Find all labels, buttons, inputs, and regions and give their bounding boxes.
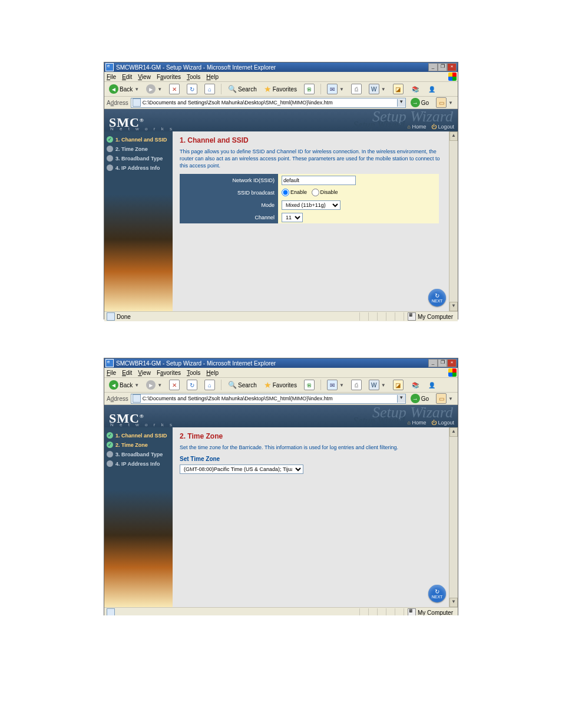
print-button[interactable]: ⎙ bbox=[349, 83, 364, 95]
go-button[interactable]: →Go bbox=[408, 97, 431, 108]
history-button[interactable]: ֎ bbox=[302, 378, 317, 391]
windows-flag-icon bbox=[448, 73, 457, 81]
address-dropdown-icon[interactable]: ▼ bbox=[397, 395, 405, 403]
channel-ssid-form: Network ID(SSID) SSID broadcast Enable D… bbox=[180, 174, 439, 223]
menu-view[interactable]: View bbox=[138, 74, 151, 80]
discuss-button[interactable]: ◪ bbox=[391, 378, 406, 391]
address-text: C:\Documents and Settings\Zsolt Mahunka\… bbox=[143, 396, 397, 401]
menu-file[interactable]: File bbox=[107, 370, 116, 376]
status-page-icon bbox=[107, 608, 115, 615]
logout-link[interactable]: Logout bbox=[431, 124, 454, 130]
page-icon bbox=[133, 98, 141, 107]
vertical-scrollbar[interactable]: ▲ ▼ bbox=[449, 427, 458, 607]
mail-button[interactable]: ✉▼ bbox=[325, 378, 346, 391]
sidebar-step-1[interactable]: 1. Channel and SSID bbox=[107, 136, 170, 143]
search-button[interactable]: 🔍Search bbox=[225, 379, 259, 391]
header-subtitle: Setup Wizard bbox=[353, 416, 405, 426]
sidebar-step-2[interactable]: 2. Time Zone bbox=[107, 442, 170, 448]
set-time-zone-label: Set Time Zone bbox=[180, 456, 442, 462]
discuss-button[interactable]: ◪ bbox=[391, 83, 406, 95]
scroll-down-icon[interactable]: ▼ bbox=[449, 302, 458, 311]
next-button[interactable]: ↻NEXT bbox=[428, 585, 446, 602]
computer-icon bbox=[408, 608, 416, 615]
next-button[interactable]: ↻NEXT bbox=[428, 289, 446, 307]
logout-link[interactable]: Logout bbox=[431, 420, 454, 426]
window-titlebar[interactable]: SMCWBR14-GM - Setup Wizard - Microsoft I… bbox=[104, 358, 458, 368]
menu-tools[interactable]: Tools bbox=[187, 370, 200, 376]
research-button[interactable]: 📚 bbox=[408, 83, 422, 95]
stop-button[interactable]: ✕ bbox=[167, 378, 182, 391]
ie-window-1: SMCWBR14-GM - Setup Wizard - Microsoft I… bbox=[104, 62, 458, 319]
window-maximize-button[interactable]: ❐ bbox=[438, 63, 447, 71]
step-description: This page allows you to define SSID and … bbox=[180, 148, 442, 169]
messenger-button[interactable]: 👤 bbox=[425, 83, 439, 95]
print-button[interactable]: ⎙ bbox=[349, 378, 364, 391]
scroll-up-icon[interactable]: ▲ bbox=[449, 427, 458, 437]
broadcast-enable-radio[interactable]: Enable bbox=[282, 189, 307, 195]
home-link[interactable]: Home bbox=[407, 420, 426, 426]
window-minimize-button[interactable]: _ bbox=[428, 359, 438, 367]
sidebar-step-1[interactable]: 1. Channel and SSID bbox=[107, 432, 170, 439]
status-page-icon bbox=[107, 312, 115, 321]
messenger-button[interactable]: 👤 bbox=[425, 379, 439, 391]
mode-select[interactable]: Mixed (11b+11g) bbox=[282, 200, 340, 210]
address-combo[interactable]: C:\Documents and Settings\Zsolt Mahunka\… bbox=[131, 394, 406, 404]
sidebar-step-2[interactable]: 2. Time Zone bbox=[107, 146, 170, 152]
sidebar-step-3[interactable]: 3. Broadband Type bbox=[107, 451, 170, 457]
sidebar-step-4[interactable]: 4. IP Address Info bbox=[107, 460, 170, 467]
research-button[interactable]: 📚 bbox=[408, 379, 422, 391]
menu-edit[interactable]: Edit bbox=[122, 370, 132, 376]
search-button[interactable]: 🔍Search bbox=[225, 83, 259, 95]
timezone-select[interactable]: (GMT-08:00)Pacific Time (US & Canada); T… bbox=[180, 465, 303, 474]
menu-file[interactable]: FFileile bbox=[107, 74, 116, 80]
scroll-down-icon[interactable]: ▼ bbox=[449, 598, 458, 607]
links-button[interactable]: ▭▼ bbox=[434, 96, 455, 109]
window-titlebar[interactable]: SMCWBR14-GM - Setup Wizard - Microsoft I… bbox=[104, 62, 458, 72]
menu-view[interactable]: View bbox=[138, 370, 151, 376]
scroll-up-icon[interactable]: ▲ bbox=[449, 131, 458, 141]
sidebar-step-4[interactable]: 4. IP Address Info bbox=[107, 164, 170, 171]
channel-select[interactable]: 11 bbox=[282, 213, 303, 222]
favorites-button[interactable]: ★Favorites bbox=[262, 380, 299, 390]
menu-help[interactable]: Help bbox=[206, 370, 219, 376]
step-heading: 1. Channel and SSID bbox=[180, 136, 442, 144]
menu-edit[interactable]: Edit bbox=[122, 74, 132, 80]
refresh-button[interactable]: ↻ bbox=[184, 83, 200, 95]
home-button[interactable]: ⌂ bbox=[202, 378, 217, 391]
address-dropdown-icon[interactable]: ▼ bbox=[397, 99, 405, 107]
refresh-button[interactable]: ↻ bbox=[184, 378, 200, 391]
windows-flag-icon bbox=[448, 368, 457, 377]
home-link[interactable]: Home bbox=[407, 124, 426, 130]
edit-button[interactable]: W▼ bbox=[366, 83, 388, 95]
stop-button[interactable]: ✕ bbox=[167, 83, 182, 95]
history-button[interactable]: ֎ bbox=[302, 83, 317, 95]
menu-help[interactable]: Help bbox=[206, 74, 219, 80]
ssid-input[interactable] bbox=[282, 176, 356, 185]
window-maximize-button[interactable]: ❐ bbox=[438, 359, 447, 367]
back-button[interactable]: ◄Back▼ bbox=[107, 379, 141, 391]
menu-favorites[interactable]: Favorites bbox=[157, 74, 181, 80]
menu-favorites[interactable]: Favorites bbox=[157, 370, 181, 376]
menu-tools[interactable]: Tools bbox=[187, 74, 200, 80]
mail-button[interactable]: ✉▼ bbox=[325, 83, 346, 95]
links-button[interactable]: ▭▼ bbox=[434, 392, 455, 405]
forward-button[interactable]: ►▼ bbox=[144, 83, 164, 95]
go-button[interactable]: →Go bbox=[408, 393, 431, 404]
window-minimize-button[interactable]: _ bbox=[428, 63, 438, 71]
page-content: SMC® N e t w o r k s Setup Wizard Setup … bbox=[104, 109, 458, 311]
address-bar: Address C:\Documents and Settings\Zsolt … bbox=[104, 393, 458, 405]
wizard-main: 1. Channel and SSID This page allows you… bbox=[173, 131, 458, 311]
broadcast-disable-radio[interactable]: Disable bbox=[312, 189, 338, 195]
status-text: Done bbox=[105, 312, 359, 321]
window-close-button[interactable]: × bbox=[447, 359, 457, 367]
window-close-button[interactable]: × bbox=[447, 63, 457, 71]
sidebar-step-3[interactable]: 3. Broadband Type bbox=[107, 155, 170, 162]
address-combo[interactable]: C:\Documents and Settings\Zsolt Mahunka\… bbox=[131, 98, 406, 108]
vertical-scrollbar[interactable]: ▲ ▼ bbox=[449, 131, 458, 311]
back-button[interactable]: ◄Back▼ bbox=[107, 83, 141, 95]
favorites-button[interactable]: ★Favorites bbox=[262, 84, 299, 94]
home-button[interactable]: ⌂ bbox=[202, 83, 217, 95]
edit-button[interactable]: W▼ bbox=[366, 378, 388, 391]
header-links: Home Logout bbox=[404, 124, 454, 130]
forward-button[interactable]: ►▼ bbox=[144, 379, 164, 391]
